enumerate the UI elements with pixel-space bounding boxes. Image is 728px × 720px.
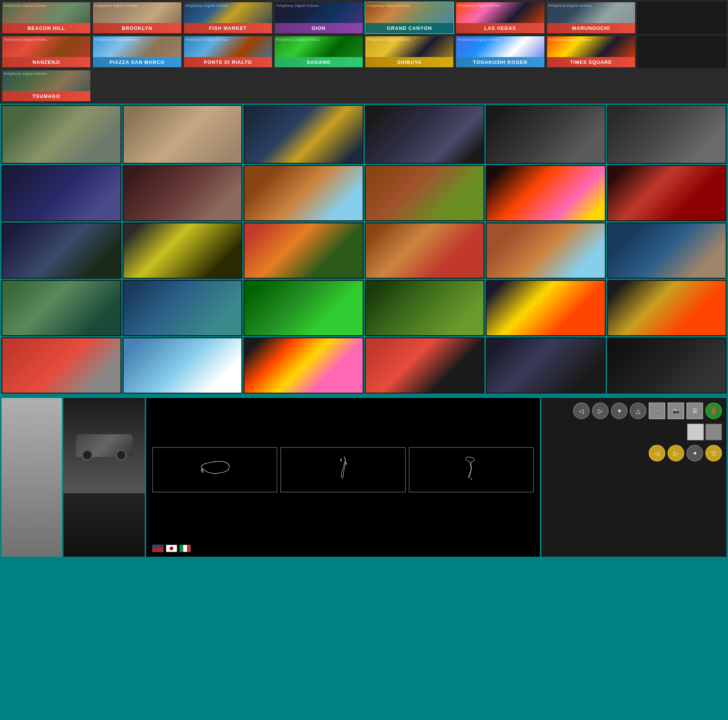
track-sublabel: Polyphony Digital Airlines	[276, 38, 319, 42]
ctrl-icon-up: △	[636, 407, 640, 415]
flag-row	[149, 543, 537, 554]
gallery-item[interactable]	[607, 165, 727, 221]
gallery-item[interactable]	[2, 165, 121, 221]
gallery-item[interactable]	[607, 280, 727, 336]
ctrl-btn-exit[interactable]: 🚪	[705, 403, 722, 419]
track-sublabel: Polyphony Digital Airlines	[276, 4, 319, 8]
ctrl-btn-person[interactable]: 🚶	[649, 403, 665, 419]
track-tile-fish-market[interactable]: Polyphony Digital Airlines FISH MARKET	[183, 2, 273, 34]
camera-icon: 📷	[673, 408, 679, 414]
track-tile-togakushi-kogen[interactable]: Polyphony Digital Airlines TOGAKUSHI KOG…	[455, 36, 545, 68]
gallery-item[interactable]	[123, 338, 243, 393]
gallery-row-3	[2, 223, 726, 279]
track-sublabel: Polyphony Digital Airlines	[94, 4, 138, 8]
bottom-panel-grey	[2, 398, 62, 557]
flag-japan[interactable]	[166, 545, 177, 552]
map-usa[interactable]	[152, 447, 277, 492]
gallery-item[interactable]	[486, 223, 606, 279]
track-tile-tsumago[interactable]: Polyphony Digital Airlines TSUMAGO	[2, 70, 91, 102]
ctrl-btn-move-all2[interactable]: ✦	[686, 445, 703, 461]
track-tile-gion[interactable]: Polyphony Digital Airlines GION	[274, 2, 363, 34]
gallery-item[interactable]	[244, 338, 363, 393]
ctrl-icon-right: ▷	[598, 407, 603, 415]
track-sublabel: Polyphony Digital Airlines	[549, 4, 592, 8]
gallery-item[interactable]	[486, 280, 606, 336]
gallery-item[interactable]	[2, 105, 121, 164]
track-selector-row3: Polyphony Digital Airlines TSUMAGO	[0, 70, 728, 104]
gallery-item[interactable]	[486, 105, 606, 164]
track-label-marunouchi: MARUNOUCHI	[547, 23, 635, 33]
gallery-item[interactable]	[607, 105, 727, 164]
track-tile-piazza-san-marco[interactable]: Polyphony Digital Airlines PIAZZA SAN MA…	[92, 36, 182, 68]
gallery-item[interactable]	[607, 338, 727, 393]
track-label-las-vegas: LAS VEGAS	[456, 23, 544, 33]
gallery-item[interactable]	[123, 223, 243, 279]
map-japan[interactable]	[280, 447, 405, 492]
flag-usa[interactable]	[152, 545, 164, 552]
gallery-item[interactable]	[123, 105, 243, 164]
gallery-item[interactable]	[123, 165, 243, 221]
track-tile-times-square[interactable]: Polyphony Digital Airlines TIMES SQUARE	[546, 36, 636, 68]
track-label-togakushi-kogen: TOGAKUSHI KOGEN	[456, 57, 544, 67]
gallery-item[interactable]	[365, 223, 485, 279]
track-sublabel: Polyphony Digital Airlines	[458, 38, 501, 42]
track-sublabel: Polyphony Digital Airlines	[4, 72, 47, 76]
gallery-item[interactable]	[244, 223, 363, 279]
gallery-item[interactable]	[244, 280, 363, 336]
ctrl-btn-move-right2[interactable]: ▷	[668, 445, 684, 461]
gallery-item[interactable]	[2, 223, 121, 279]
track-selector-row2: Polyphony Digital Airlines NANZENJI Poly…	[0, 36, 728, 70]
ctrl-btn-move-horiz-left[interactable]: ◁	[573, 403, 590, 419]
gallery-item[interactable]	[365, 105, 485, 164]
track-tile-marunouchi[interactable]: Polyphony Digital Airlines MARUNOUCHI	[546, 2, 636, 34]
track-tile-grand-canyon[interactable]: Polyphony Digital Airlines GRAND CANYON	[365, 2, 454, 34]
gallery-item[interactable]	[365, 280, 485, 336]
gallery-item[interactable]	[123, 280, 243, 336]
track-label-piazza-san-marco: PIAZZA SAN MARCO	[93, 57, 181, 67]
gallery-item[interactable]	[244, 165, 363, 221]
ctrl-btn-menu[interactable]: ☰	[686, 403, 703, 419]
track-tile-shibuya[interactable]: Polyphony Digital Airlines SHIBUYA	[365, 36, 454, 68]
gallery-item[interactable]	[365, 338, 485, 393]
track-label-nanzenji: NANZENJI	[2, 57, 90, 67]
ctrl-icon-down: ▽	[711, 450, 716, 457]
map-italy[interactable]	[409, 447, 534, 492]
menu-icon: ☰	[692, 408, 697, 414]
gallery-item[interactable]	[486, 165, 606, 221]
ctrl-icon-all: ✦	[617, 407, 622, 415]
track-tile-brooklyn[interactable]: Polyphony Digital Airlines BROOKLYN	[92, 2, 182, 34]
gallery-item[interactable]	[244, 105, 363, 164]
gallery-item[interactable]	[607, 223, 727, 279]
ctrl-icon-left: ◁	[579, 407, 584, 415]
track-label-ponte-di-rialto: PONTE DI RIALTO	[184, 57, 272, 67]
japan-outline	[335, 455, 351, 485]
gallery-item[interactable]	[486, 338, 606, 393]
track-sublabel: Polyphony Digital Airlines	[549, 38, 592, 42]
track-tile-nanzenji[interactable]: Polyphony Digital Airlines NANZENJI	[2, 36, 91, 68]
gallery-item[interactable]	[2, 280, 121, 336]
track-label-brooklyn: BROOKLYN	[93, 23, 181, 33]
ctrl-btn-move-left2[interactable]: ◁	[649, 445, 665, 461]
track-tile-las-vegas[interactable]: Polyphony Digital Airlines LAS VEGAS	[455, 2, 545, 34]
track-sublabel: Polyphony Digital Airlines	[4, 4, 47, 8]
gallery-section	[0, 104, 728, 396]
track-label-tsumago: TSUMAGO	[2, 91, 90, 101]
gallery-item[interactable]	[365, 165, 485, 221]
ctrl-btn-move-all[interactable]: ✦	[611, 403, 628, 419]
ctrl-btn-camera[interactable]: 📷	[668, 403, 684, 419]
flag-italy[interactable]	[179, 545, 191, 552]
track-tile-beacon-hill[interactable]: Polyphony Digital Airlines BEACON HILL	[2, 2, 91, 34]
usa-outline	[198, 457, 232, 483]
track-tile-ponte-di-rialto[interactable]: Polyphony Digital Airlines PONTE DI RIAL…	[183, 36, 273, 68]
track-tile-sagano[interactable]: Polyphony Digital Airlines SAGANO	[274, 36, 363, 68]
track-sublabel: Polyphony Digital Airlines	[4, 38, 47, 42]
small-box-2[interactable]	[705, 424, 722, 440]
track-sublabel: Polyphony Digital Airlines	[185, 4, 229, 8]
ctrl-btn-move-horiz-right[interactable]: ▷	[592, 403, 609, 419]
small-box-1[interactable]	[687, 424, 704, 440]
ctrl-btn-move-down[interactable]: ▽	[705, 445, 722, 461]
person-icon: 🚶	[654, 408, 660, 414]
gallery-row-5	[2, 338, 726, 393]
gallery-item[interactable]	[2, 338, 121, 393]
ctrl-btn-move-up[interactable]: △	[630, 403, 646, 419]
